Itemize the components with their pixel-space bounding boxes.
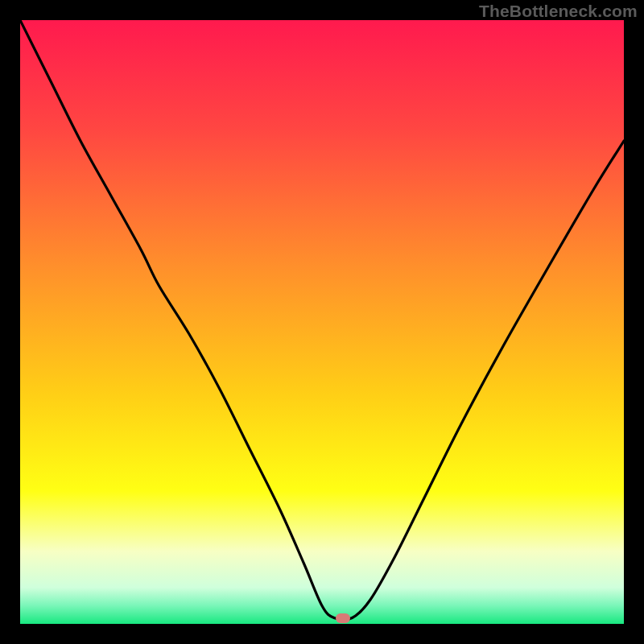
plot-area [20, 20, 624, 624]
bottleneck-curve [20, 20, 624, 624]
chart-frame: TheBottleneck.com [0, 0, 644, 644]
watermark-text: TheBottleneck.com [479, 2, 638, 21]
optimal-point-marker [336, 613, 350, 623]
